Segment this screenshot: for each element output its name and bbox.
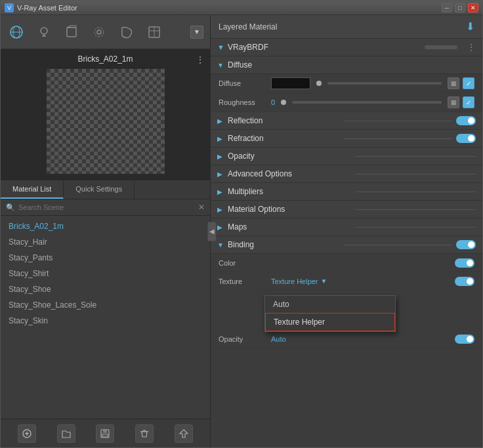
right-header-download-icon[interactable]: ⬇ — [466, 20, 474, 33]
binding-color-toggle[interactable] — [455, 258, 474, 268]
diffuse-toggle-icon: ▼ — [217, 62, 224, 69]
svg-rect-32 — [66, 154, 79, 161]
svg-rect-29 — [112, 133, 125, 141]
save-button[interactable] — [96, 424, 114, 443]
material-item-3[interactable]: Stacy_Shirt — [1, 266, 210, 281]
prop-diffuse-control: ▦ ✓ — [271, 77, 474, 89]
vraybrdf-toggle-icon[interactable]: ▼ — [217, 43, 224, 51]
toolbar-icon-view[interactable] — [145, 23, 163, 41]
texture-value-text: Texture Helper — [271, 277, 318, 285]
export-button[interactable] — [175, 424, 193, 443]
section-opacity-header[interactable]: ▶ Opacity — [211, 148, 482, 165]
delete-button[interactable] — [135, 424, 154, 443]
diffuse-title: Diffuse — [228, 60, 476, 70]
toolbar-icon-settings[interactable] — [90, 23, 108, 41]
svg-point-11 — [94, 28, 104, 37]
left-panel: ▼ Bricks_A02_1m ⋮ — [1, 15, 211, 447]
dropdown-option-texture-helper[interactable]: Texture Helper — [265, 313, 395, 331]
section-material-options-header[interactable]: ▶ Material Options — [211, 201, 482, 218]
texture-dropdown-value[interactable]: Texture Helper ▼ — [271, 277, 327, 285]
toolbar-icon-light[interactable] — [35, 23, 53, 41]
vraybrdf-row: ▼ VRayBRDF ⋮ — [211, 39, 482, 56]
add-material-button[interactable] — [18, 424, 36, 443]
maps-toggle-icon: ▶ — [217, 224, 224, 231]
reflection-line — [343, 121, 452, 121]
material-item-0[interactable]: Bricks_A02_1m — [1, 218, 210, 234]
section-advanced-header[interactable]: ▶ Advanced Options — [211, 165, 482, 183]
diffuse-slider-track[interactable] — [327, 82, 442, 85]
dropdown-option-auto[interactable]: Auto — [265, 296, 395, 313]
svg-rect-22 — [66, 112, 79, 120]
texture-toggle-switch[interactable] — [455, 277, 474, 286]
svg-rect-6 — [67, 28, 76, 37]
roughness-slider-track[interactable] — [292, 101, 442, 104]
open-button[interactable] — [57, 424, 75, 443]
binding-color-label: Color — [219, 259, 271, 267]
svg-rect-27 — [66, 133, 79, 141]
diffuse-slider-dot[interactable] — [316, 81, 322, 86]
search-clear-button[interactable]: ✕ — [198, 203, 205, 212]
right-panel-header: Layered Material ⬇ — [211, 15, 482, 39]
material-item-5[interactable]: Stacy_Shoe_Laces_Sole — [1, 297, 210, 313]
svg-rect-31 — [96, 144, 125, 152]
opacity-toggle-icon: ▶ — [217, 153, 224, 160]
titlebar-controls: ─ □ ✕ — [442, 3, 478, 12]
preview-menu-button[interactable]: ⋮ — [196, 54, 205, 65]
diffuse-check-button[interactable]: ✓ — [463, 77, 474, 89]
vraybrdf-menu-icon[interactable]: ⋮ — [467, 42, 476, 52]
diffuse-texture-button[interactable]: ▦ — [448, 77, 459, 89]
vraybrdf-label: VRayBRDF — [228, 43, 421, 52]
binding-toggle-switch[interactable] — [456, 240, 476, 249]
prop-roughness-label: Roughness — [219, 98, 271, 106]
roughness-value[interactable]: 0 — [271, 98, 275, 106]
maps-title: Maps — [228, 222, 348, 232]
material-item-1[interactable]: Stacy_Hair — [1, 234, 210, 250]
prop-binding-texture: Texture Texture Helper ▼ Auto Texture He… — [211, 272, 482, 291]
toolbar-icon-render[interactable] — [117, 23, 136, 41]
section-binding-header[interactable]: ▼ Binding — [211, 236, 482, 254]
toolbar-icon-sphere[interactable] — [7, 23, 26, 41]
section-multipliers-header[interactable]: ▶ Multipliers — [211, 183, 482, 201]
opacity-value-text[interactable]: Auto — [271, 335, 286, 343]
reflection-toggle-switch[interactable] — [456, 116, 476, 125]
section-refraction-header[interactable]: ▶ Refraction — [211, 130, 482, 148]
maps-line — [355, 227, 476, 228]
section-maps-header[interactable]: ▶ Maps — [211, 218, 482, 236]
preview-area: Bricks_A02_1m ⋮ — [1, 49, 210, 180]
roughness-slider-dot[interactable] — [281, 100, 286, 105]
panel-collapse-button[interactable]: ◀ — [207, 222, 217, 241]
right-content: ▼ VRayBRDF ⋮ ▼ Diffuse Diffuse — [211, 39, 482, 447]
close-button[interactable]: ✕ — [468, 3, 478, 12]
tab-material-list[interactable]: Material List — [1, 180, 64, 199]
roughness-check-button[interactable]: ✓ — [463, 96, 474, 108]
refraction-toggle-switch[interactable] — [456, 134, 476, 143]
svg-marker-36 — [125, 89, 155, 161]
toolbar-icon-geometry[interactable] — [62, 23, 81, 41]
titlebar: V V-Ray Asset Editor ─ □ ✕ — [1, 1, 482, 15]
svg-rect-34 — [112, 154, 125, 161]
material-item-4[interactable]: Stacy_Shoe — [1, 281, 210, 297]
section-reflection-header[interactable]: ▶ Reflection — [211, 112, 482, 130]
texture-dropdown-arrow: ▼ — [321, 277, 327, 285]
material-item-6[interactable]: Stacy_Skin — [1, 313, 210, 329]
svg-rect-28 — [82, 133, 110, 141]
section-diffuse-header[interactable]: ▼ Diffuse — [211, 56, 482, 74]
tab-bar: Material List Quick Settings — [1, 180, 210, 199]
advanced-title: Advanced Options — [228, 169, 348, 178]
search-input[interactable] — [18, 203, 195, 211]
left-toolbar: ▼ — [1, 15, 210, 49]
material-options-title: Material Options — [228, 205, 348, 214]
opacity-toggle-switch[interactable] — [455, 335, 474, 344]
roughness-texture-button[interactable]: ▦ — [448, 96, 459, 108]
minimize-button[interactable]: ─ — [442, 3, 452, 12]
prop-roughness: Roughness 0 ▦ ✓ — [211, 93, 482, 112]
svg-rect-33 — [82, 154, 110, 161]
toolbar-dropdown[interactable]: ▼ — [190, 26, 203, 39]
binding-texture-label: Texture — [219, 277, 271, 285]
diffuse-color-swatch[interactable] — [271, 77, 310, 89]
maximize-button[interactable]: □ — [455, 3, 465, 12]
svg-marker-47 — [180, 430, 188, 438]
material-options-line — [355, 209, 476, 210]
tab-quick-settings[interactable]: Quick Settings — [64, 180, 135, 199]
material-item-2[interactable]: Stacy_Pants — [1, 250, 210, 266]
